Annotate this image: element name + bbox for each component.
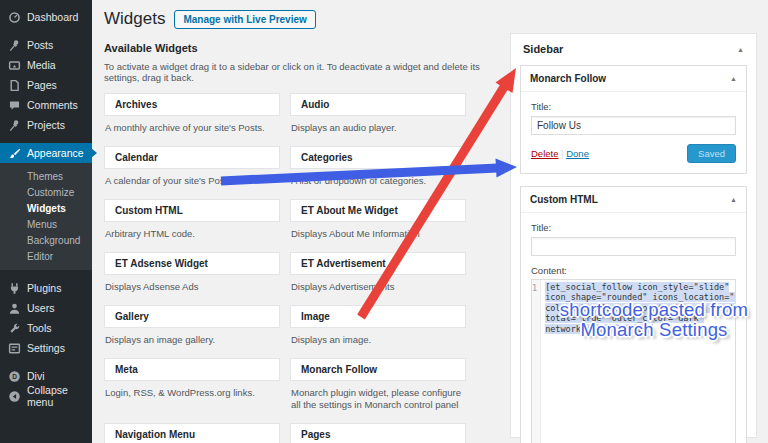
custom-html-title: Custom HTML bbox=[530, 194, 598, 205]
sidebar-area-title: Sidebar bbox=[523, 43, 563, 55]
available-widget-title-bar[interactable]: ET Advertisement bbox=[290, 252, 466, 275]
available-widget: Monarch Follow Monarch plugin widget, pl… bbox=[290, 358, 466, 419]
available-widget-description: A monthly archive of your site's Posts. bbox=[104, 116, 280, 142]
admin-menu-item-label: Themes bbox=[27, 171, 63, 182]
available-widget-description: Displays Advertisements bbox=[290, 275, 466, 301]
admin-menu-item[interactable]: Menus bbox=[0, 216, 92, 232]
available-widgets-description: To activate a widget drag it to a sideba… bbox=[104, 61, 508, 83]
available-widget-description: Displays About Me Information bbox=[290, 222, 466, 248]
admin-menu-item-label: Dashboard bbox=[27, 11, 78, 23]
admin-menu-item[interactable]: Plugins bbox=[0, 278, 92, 298]
monarch-follow-header[interactable]: Monarch Follow ▲ bbox=[521, 66, 746, 92]
admin-menu-item-label: Customize bbox=[27, 187, 74, 198]
admin-menu-item[interactable]: Users bbox=[0, 298, 92, 318]
available-widget-title-bar[interactable]: Image bbox=[290, 305, 466, 328]
comments-icon bbox=[8, 99, 21, 112]
admin-menu-item-label: Tools bbox=[27, 322, 52, 334]
pages-icon bbox=[8, 79, 21, 92]
available-widget-title-bar[interactable]: Gallery bbox=[104, 305, 280, 328]
admin-menu-item[interactable]: Themes bbox=[0, 163, 92, 184]
admin-menu-item-label: Posts bbox=[27, 39, 53, 51]
admin-menu-item-label: Background bbox=[27, 235, 80, 246]
custom-html-content-label: Content: bbox=[531, 265, 736, 276]
available-widget: Pages A list of your site's Pages. bbox=[290, 423, 466, 443]
available-widget-title-bar[interactable]: Audio bbox=[290, 93, 466, 116]
admin-menu-item[interactable]: Widgets bbox=[0, 200, 92, 216]
available-widget-title-bar[interactable]: Custom HTML bbox=[104, 199, 280, 222]
monarch-delete-link[interactable]: Delete bbox=[531, 148, 558, 159]
custom-html-header[interactable]: Custom HTML ▲ bbox=[521, 187, 746, 213]
admin-menu-item-label: Menus bbox=[27, 219, 57, 230]
available-widgets-heading: Available Widgets bbox=[104, 42, 508, 54]
admin-menu-item[interactable]: Posts bbox=[0, 35, 92, 55]
collapse-arrow-icon[interactable]: ▲ bbox=[737, 46, 744, 53]
admin-menu-item[interactable]: Appearance bbox=[0, 143, 92, 163]
available-widget: Meta Login, RSS, & WordPress.org links. bbox=[104, 358, 280, 419]
available-widget-description: A list or dropdown of categories. bbox=[290, 169, 466, 195]
admin-menu-item[interactable]: Settings bbox=[0, 338, 92, 358]
admin-menu-item[interactable]: Dashboard bbox=[0, 7, 92, 27]
sidebar-area-header[interactable]: Sidebar ▲ bbox=[511, 34, 756, 63]
available-widget: Custom HTML Arbitrary HTML code. bbox=[104, 199, 280, 248]
monarch-done-link[interactable]: Done bbox=[566, 148, 589, 159]
annotation-text: shortcode pasted from Monarch Settings bbox=[543, 300, 765, 339]
available-widget-title-bar[interactable]: ET About Me Widget bbox=[290, 199, 466, 222]
available-widget-description: Displays an image gallery. bbox=[104, 328, 280, 354]
available-widget-description: Displays Adsense Ads bbox=[104, 275, 280, 301]
pushpin-icon bbox=[8, 119, 21, 132]
admin-menu-item[interactable]: Editor bbox=[0, 248, 92, 270]
admin-menu-item[interactable]: Customize bbox=[0, 184, 92, 200]
dashboard-icon bbox=[8, 11, 21, 24]
pushpin-icon bbox=[8, 39, 21, 52]
available-widget-description: Login, RSS, & WordPress.org links. bbox=[104, 381, 280, 407]
available-widget-title-bar[interactable]: Archives bbox=[104, 93, 280, 116]
admin-menu-item-label: Comments bbox=[27, 99, 78, 111]
available-widget-title-bar[interactable]: Navigation Menu bbox=[104, 423, 280, 443]
available-widget-description: Arbitrary HTML code. bbox=[104, 222, 280, 248]
admin-menu-item[interactable]: Background bbox=[0, 232, 92, 248]
admin-menu-item[interactable]: Comments bbox=[0, 95, 92, 115]
appearance-icon bbox=[8, 147, 21, 160]
available-widget-title-bar[interactable]: Meta bbox=[104, 358, 280, 381]
collapse-icon bbox=[8, 390, 21, 403]
available-widget-title-bar[interactable]: ET Adsense Widget bbox=[104, 252, 280, 275]
admin-menu-item[interactable]: Media bbox=[0, 55, 92, 75]
collapse-arrow-icon[interactable]: ▲ bbox=[730, 75, 737, 82]
monarch-follow-title: Monarch Follow bbox=[530, 73, 606, 84]
admin-menu-item[interactable]: Pages bbox=[0, 75, 92, 95]
custom-html-title-input[interactable] bbox=[531, 237, 736, 256]
manage-live-preview-button[interactable]: Manage with Live Preview bbox=[174, 10, 315, 29]
available-widget: Categories A list or dropdown of categor… bbox=[290, 146, 466, 195]
admin-menu-item[interactable]: Projects bbox=[0, 115, 92, 135]
admin-menu-item-label: Widgets bbox=[27, 203, 66, 214]
available-widget: Audio Displays an audio player. bbox=[290, 93, 466, 142]
admin-menu-item-label: Collapse menu bbox=[27, 384, 84, 408]
available-widgets-grid: Archives A monthly archive of your site'… bbox=[104, 93, 508, 443]
admin-menu-item-label: Divi bbox=[27, 370, 45, 382]
admin-menu-item[interactable]: Tools bbox=[0, 318, 92, 338]
admin-menu-item-label: Pages bbox=[27, 79, 57, 91]
available-widget-title-bar[interactable]: Calendar bbox=[104, 146, 280, 169]
available-widget: Calendar A calendar of your site's Posts… bbox=[104, 146, 280, 195]
available-widget: ET About Me Widget Displays About Me Inf… bbox=[290, 199, 466, 248]
available-widget: Navigation Menu Add a navigation menu to… bbox=[104, 423, 280, 443]
monarch-saved-button[interactable]: Saved bbox=[687, 144, 736, 163]
admin-menu-item[interactable]: Collapse menu bbox=[0, 386, 92, 406]
admin-menu-item-label: Media bbox=[27, 59, 56, 71]
available-widget: ET Adsense Widget Displays Adsense Ads bbox=[104, 252, 280, 301]
admin-menu-item-label: Settings bbox=[27, 342, 65, 354]
collapse-arrow-icon[interactable]: ▲ bbox=[730, 196, 737, 203]
admin-menu-item[interactable]: D Divi bbox=[0, 366, 92, 386]
available-widget: ET Advertisement Displays Advertisements bbox=[290, 252, 466, 301]
annotation-line1: shortcode pasted from bbox=[543, 300, 765, 320]
monarch-title-input[interactable] bbox=[531, 116, 736, 135]
page-title: Widgets bbox=[104, 9, 165, 29]
settings-icon bbox=[8, 342, 21, 355]
available-widget-title-bar[interactable]: Pages bbox=[290, 423, 466, 443]
admin-menu-item-label: Editor bbox=[27, 251, 53, 262]
available-widget-title-bar[interactable]: Monarch Follow bbox=[290, 358, 466, 381]
link-separator: | bbox=[561, 148, 563, 159]
media-icon bbox=[8, 59, 21, 72]
available-widget-title-bar[interactable]: Categories bbox=[290, 146, 466, 169]
editor-line-number: 1 bbox=[532, 280, 541, 443]
